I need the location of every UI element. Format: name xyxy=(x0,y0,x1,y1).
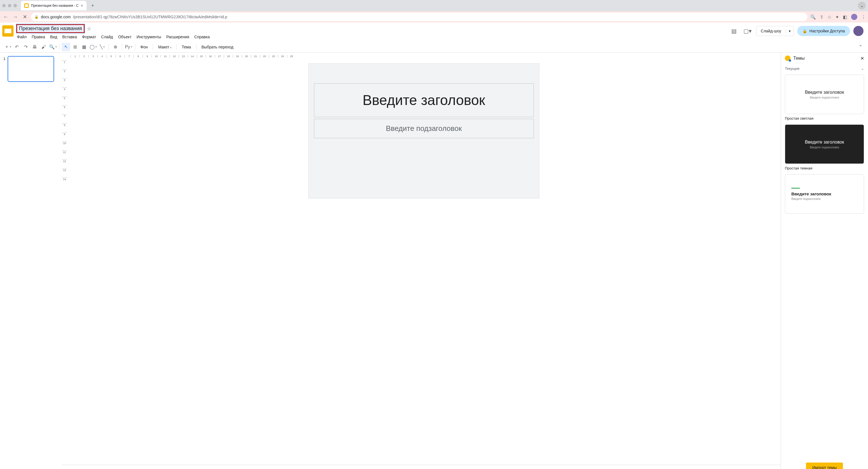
separator xyxy=(153,44,153,50)
slide-number: 1 xyxy=(3,56,5,469)
share-label: Настройки Доступа xyxy=(809,29,845,33)
toolbar: ＋ ↶ ↷ 🖶 🖌 🔍 ↖ ⊞ ▦ ◯ ╲ ⊕ Pу Фон Макет Тем… xyxy=(0,41,868,53)
theme-label: Простая темная xyxy=(785,166,864,170)
separator xyxy=(108,44,109,50)
tab-close-icon[interactable]: × xyxy=(81,3,83,8)
undo-button[interactable]: ↶ xyxy=(12,43,21,51)
line-tool[interactable]: ╲ xyxy=(98,43,106,51)
doc-title-input[interactable]: Презентация без названия xyxy=(17,24,85,33)
address-bar[interactable]: 🔒 docs.google.com/presentation/d/1-qp78z… xyxy=(31,13,807,21)
menu-format[interactable]: Формат xyxy=(82,35,96,39)
zoom-button[interactable]: 🔍 xyxy=(49,43,57,51)
new-slide-button[interactable]: ＋ xyxy=(3,43,12,51)
forward-button[interactable]: → xyxy=(12,14,19,20)
themes-current-toggle[interactable]: Текущие ⌄ xyxy=(781,64,868,73)
side-panel-icon[interactable]: ◧ xyxy=(843,14,847,20)
browser-menu-icon[interactable]: ⋮ xyxy=(861,14,866,20)
speaker-notes[interactable]: Нажмите, чтобы добавить заметки докладчи… xyxy=(62,465,781,469)
comment-insert-button[interactable]: ⊕ xyxy=(111,43,120,51)
menu-extensions[interactable]: Расширения xyxy=(166,35,189,39)
theme-label: Простая светлая xyxy=(785,116,864,121)
main-area: 1 12345678910111213141516171819202122232… xyxy=(0,53,868,469)
app-header: Презентация без названия ☆ Файл Правка В… xyxy=(0,23,868,41)
background-button[interactable]: Фон xyxy=(137,45,151,49)
star-button[interactable]: ☆ xyxy=(87,26,91,32)
import-theme-button[interactable]: Импорт темы xyxy=(806,463,843,469)
menu-slide[interactable]: Слайд xyxy=(101,35,113,39)
url-path: /presentation/d/1-qp78zwChWsYUs3B1SUnl12… xyxy=(73,14,227,19)
tab-overflow-button[interactable]: ⌄ xyxy=(858,2,866,9)
theme-card-streamline[interactable]: Введите заголовок Введите подзаголовок xyxy=(785,174,864,214)
shape-tool[interactable]: ◯ xyxy=(89,43,97,51)
window-maximize[interactable] xyxy=(13,4,17,7)
window-minimize[interactable] xyxy=(8,4,11,7)
menu-bar: Файл Правка Вид Вставка Формат Слайд Объ… xyxy=(17,33,726,41)
slideshow-button-group: Слайд-шоу ▾ xyxy=(756,26,794,36)
back-button[interactable]: ← xyxy=(2,14,9,20)
browser-tab[interactable]: Презентация без названия - С × xyxy=(21,1,87,10)
separator xyxy=(196,44,196,50)
browser-toolbar: ← → ✕ 🔒 docs.google.com/presentation/d/1… xyxy=(0,11,868,23)
ruler-vertical: 1234567891011121314 xyxy=(62,58,67,465)
slide-thumbnail[interactable] xyxy=(8,56,54,82)
extensions-icon[interactable]: ✦ xyxy=(835,14,839,20)
menu-edit[interactable]: Правка xyxy=(32,35,45,39)
account-avatar[interactable] xyxy=(854,26,864,36)
textbox-tool[interactable]: ⊞ xyxy=(71,43,79,51)
stop-reload-button[interactable]: ✕ xyxy=(22,14,28,20)
chevron-down-icon: ⌄ xyxy=(861,66,864,71)
select-tool[interactable]: ↖ xyxy=(62,43,70,51)
separator xyxy=(122,44,122,50)
transition-button[interactable]: Выбрать переход xyxy=(199,45,236,49)
new-tab-button[interactable]: + xyxy=(89,2,97,9)
layout-button[interactable]: Макет xyxy=(155,45,174,49)
theme-accent xyxy=(792,188,800,189)
paint-format-button[interactable]: 🖌 xyxy=(39,43,48,51)
window-close[interactable] xyxy=(2,4,6,7)
themes-panel-title: Темы xyxy=(793,56,805,61)
menu-tools[interactable]: Инструменты xyxy=(137,35,161,39)
ruler-horizontal: 1234567891011121314151617181920212223242… xyxy=(62,53,781,58)
palette-icon xyxy=(785,56,790,61)
zoom-icon[interactable]: 🔍 xyxy=(810,14,816,20)
present-camera-button[interactable]: ▢▾ xyxy=(743,26,753,36)
slide-canvas[interactable]: Введите заголовок Введите подзаголовок xyxy=(67,58,781,465)
canvas-area: 1234567891011121314151617181920212223242… xyxy=(62,53,781,469)
image-tool[interactable]: ▦ xyxy=(80,43,88,51)
themes-panel: Темы ✕ Текущие ⌄ Введите заголовок Введи… xyxy=(781,53,868,469)
share-button[interactable]: 🔒 Настройки Доступа xyxy=(797,26,850,36)
theme-button[interactable]: Тема xyxy=(179,45,194,49)
bookmark-icon[interactable]: ☆ xyxy=(828,14,831,20)
themes-current-label: Текущие xyxy=(785,66,800,71)
themes-list: Введите заголовок Введите подзаголовок П… xyxy=(781,73,868,460)
title-placeholder[interactable]: Введите заголовок xyxy=(314,83,534,117)
browser-tab-strip: Презентация без названия - С × + ⌄ xyxy=(0,0,868,11)
toolbar-collapse-button[interactable]: ⌃ xyxy=(856,43,865,51)
subtitle-placeholder[interactable]: Введите подзаголовок xyxy=(314,119,534,138)
theme-card-light[interactable]: Введите заголовок Введите подзаголовок xyxy=(785,75,864,114)
print-button[interactable]: 🖶 xyxy=(30,43,39,51)
window-controls xyxy=(2,4,17,7)
slideshow-dropdown[interactable]: ▾ xyxy=(786,29,794,33)
slide[interactable]: Введите заголовок Введите подзаголовок xyxy=(308,63,539,198)
slides-favicon-icon xyxy=(24,3,29,8)
slides-logo-icon[interactable] xyxy=(2,25,13,37)
panel-close-icon[interactable]: ✕ xyxy=(860,56,864,61)
lock-icon: 🔒 xyxy=(802,29,807,33)
format-button[interactable]: Pу xyxy=(124,43,133,51)
menu-object[interactable]: Объект xyxy=(118,35,132,39)
theme-card-dark[interactable]: Введите заголовок Введите подзаголовок xyxy=(785,125,864,164)
menu-view[interactable]: Вид xyxy=(50,35,57,39)
url-host: docs.google.com xyxy=(41,14,71,19)
tab-title: Презентация без названия - С xyxy=(31,4,79,8)
profile-avatar-icon[interactable] xyxy=(851,14,857,20)
menu-help[interactable]: Справка xyxy=(194,35,210,39)
menu-file[interactable]: Файл xyxy=(17,35,27,39)
filmstrip: 1 xyxy=(0,53,62,469)
comments-button[interactable]: ▤ xyxy=(729,26,739,36)
lock-icon: 🔒 xyxy=(34,15,39,19)
redo-button[interactable]: ↷ xyxy=(22,43,30,51)
share-url-icon[interactable]: ⇧ xyxy=(820,14,824,20)
slideshow-button[interactable]: Слайд-шоу xyxy=(756,29,786,33)
menu-insert[interactable]: Вставка xyxy=(62,35,77,39)
